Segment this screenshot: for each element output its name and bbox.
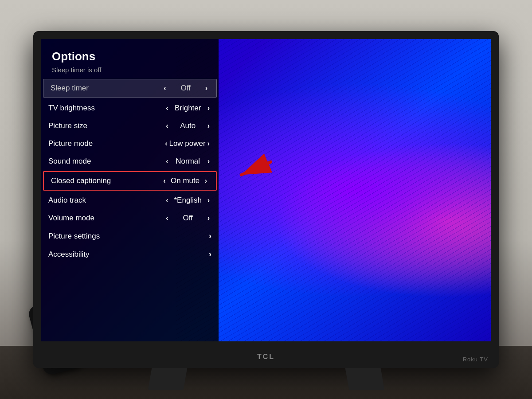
menu-row-accessibility[interactable]: Accessibility › xyxy=(41,245,219,263)
tv-brand-label: TCL xyxy=(257,353,275,361)
volume-mode-label: Volume mode xyxy=(48,214,164,223)
menu-row-picture-settings[interactable]: Picture settings › xyxy=(41,227,219,245)
chevron-left-sound-mode[interactable]: ‹ xyxy=(164,157,170,165)
tv-bezel: Options Sleep timer is off Sleep timer ‹… xyxy=(33,31,499,346)
menu-row-sound-mode[interactable]: Sound mode ‹ Normal › xyxy=(41,153,219,170)
chevron-right-sleep[interactable]: › xyxy=(203,84,209,92)
chevron-right-volume-mode[interactable]: › xyxy=(206,214,211,222)
closed-captioning-label: Closed captioning xyxy=(51,176,161,185)
sound-mode-label: Sound mode xyxy=(48,157,164,166)
tv-screen: Options Sleep timer is off Sleep timer ‹… xyxy=(41,39,491,341)
roku-tv-badge: Roku TV xyxy=(463,356,488,363)
tv-stand-left xyxy=(148,368,187,390)
chevron-left-audio-track[interactable]: ‹ xyxy=(164,196,170,204)
picture-size-label: Picture size xyxy=(48,121,164,130)
picture-mode-value: Low power xyxy=(169,139,205,148)
menu-row-audio-track[interactable]: Audio track ‹ *English › xyxy=(41,192,219,209)
chevron-right-accessibility[interactable]: › xyxy=(209,250,211,259)
sleep-timer-value: Off xyxy=(168,84,203,93)
menu-subtitle: Sleep timer is off xyxy=(41,66,219,79)
sleep-timer-label: Sleep timer xyxy=(51,84,162,93)
tv-display: Options Sleep timer is off Sleep timer ‹… xyxy=(33,31,499,368)
chevron-left-volume-mode[interactable]: ‹ xyxy=(164,214,170,222)
picture-size-value: Auto xyxy=(170,121,206,130)
chevron-right-closed-captioning[interactable]: › xyxy=(203,177,209,185)
chevron-right-brightness[interactable]: › xyxy=(206,104,211,112)
options-menu: Options Sleep timer is off Sleep timer ‹… xyxy=(41,39,219,341)
tv-brightness-label: TV brightness xyxy=(48,104,164,113)
chevron-left-closed-captioning[interactable]: ‹ xyxy=(161,177,167,185)
audio-track-label: Audio track xyxy=(48,196,164,205)
menu-row-picture-size[interactable]: Picture size ‹ Auto › xyxy=(41,117,219,135)
chevron-left-picture-mode[interactable]: ‹ xyxy=(163,140,169,148)
audio-track-value: *English xyxy=(170,196,206,205)
chevron-left-picture-size[interactable]: ‹ xyxy=(164,122,170,130)
screen-wave-effect xyxy=(176,39,491,341)
closed-captioning-value: On mute xyxy=(168,176,203,185)
volume-mode-value: Off xyxy=(170,214,206,223)
chevron-right-picture-size[interactable]: › xyxy=(206,122,211,130)
tv-stand-right xyxy=(345,368,384,390)
picture-mode-label: Picture mode xyxy=(48,139,163,148)
menu-title: Options xyxy=(41,50,219,66)
menu-row-volume-mode[interactable]: Volume mode ‹ Off › xyxy=(41,209,219,227)
tv-brightness-value: Brighter xyxy=(170,104,206,113)
menu-row-sleep-timer[interactable]: Sleep timer ‹ Off › xyxy=(43,79,217,98)
chevron-right-picture-mode[interactable]: › xyxy=(206,140,211,148)
chevron-left-brightness[interactable]: ‹ xyxy=(164,104,170,112)
chevron-left-sleep[interactable]: ‹ xyxy=(162,84,168,92)
menu-row-closed-captioning[interactable]: Closed captioning ‹ On mute › xyxy=(43,171,217,191)
accessibility-label: Accessibility xyxy=(48,250,209,259)
chevron-right-sound-mode[interactable]: › xyxy=(206,157,211,165)
chevron-right-audio-track[interactable]: › xyxy=(206,196,211,204)
sound-mode-value: Normal xyxy=(170,157,206,166)
picture-settings-label: Picture settings xyxy=(48,232,209,241)
menu-row-tv-brightness[interactable]: TV brightness ‹ Brighter › xyxy=(41,99,219,117)
menu-row-picture-mode[interactable]: Picture mode ‹ Low power › xyxy=(41,135,219,153)
chevron-right-picture-settings[interactable]: › xyxy=(209,231,211,241)
tv-bottom-bar: TCL Roku TV xyxy=(33,346,499,368)
